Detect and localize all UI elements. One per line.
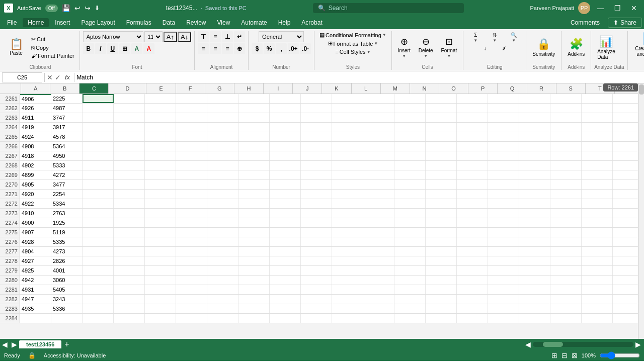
- cell-L2281[interactable]: [363, 285, 394, 294]
- cell-R2276[interactable]: [550, 237, 582, 246]
- cell-N2282[interactable]: [426, 295, 457, 304]
- cell-J2263[interactable]: [301, 113, 332, 122]
- cell-K2278[interactable]: [332, 256, 363, 265]
- cell-N2264[interactable]: [426, 123, 457, 132]
- menu-help[interactable]: Help: [273, 18, 296, 27]
- cell-M2283[interactable]: [394, 304, 426, 313]
- number-format-select[interactable]: General: [259, 31, 304, 42]
- cell-H2277[interactable]: [238, 247, 270, 256]
- cell-R2269[interactable]: [550, 170, 582, 179]
- cell-D2275[interactable]: [114, 228, 145, 237]
- cell-C2268[interactable]: [83, 161, 114, 170]
- col-header-L[interactable]: L: [352, 83, 381, 94]
- cell-H2279[interactable]: [238, 266, 270, 275]
- menu-file[interactable]: File: [2, 18, 22, 27]
- cell-M2270[interactable]: [394, 180, 426, 189]
- cell-P2276[interactable]: [488, 237, 519, 246]
- cell-A2266[interactable]: 4908: [20, 142, 51, 151]
- table-row[interactable]: 2281 4931 5405: [0, 285, 644, 295]
- cell-A2264[interactable]: 4919: [20, 123, 51, 132]
- cell-S2267[interactable]: [582, 151, 613, 160]
- cell-N2265[interactable]: [426, 132, 457, 141]
- cell-L2263[interactable]: [363, 113, 394, 122]
- cell-K2267[interactable]: [332, 151, 363, 160]
- cell-L2269[interactable]: [363, 170, 394, 179]
- cell-J2261[interactable]: [301, 94, 332, 103]
- cell-A2272[interactable]: 4922: [20, 199, 51, 208]
- cell-R2271[interactable]: [550, 190, 582, 199]
- cell-C2284[interactable]: [83, 314, 114, 323]
- cell-O2268[interactable]: [457, 161, 488, 170]
- cell-C2283[interactable]: [83, 304, 114, 313]
- cell-F2261[interactable]: [176, 94, 207, 103]
- sheet-nav-left[interactable]: ◀: [0, 340, 10, 348]
- sheet-tab-test123456[interactable]: test123456: [19, 340, 61, 348]
- cell-D2268[interactable]: [114, 161, 145, 170]
- fill-btn[interactable]: ↓: [476, 45, 494, 52]
- cell-O2273[interactable]: [457, 209, 488, 218]
- cell-D2263[interactable]: [114, 113, 145, 122]
- cell-S2270[interactable]: [582, 180, 613, 189]
- cell-P2277[interactable]: [488, 247, 519, 256]
- table-row[interactable]: 2278 4927 2826: [0, 256, 644, 266]
- find-select-btn[interactable]: 🔍 ▼: [505, 31, 523, 44]
- cell-D2273[interactable]: [114, 209, 145, 218]
- cell-M2272[interactable]: [394, 199, 426, 208]
- cell-K2273[interactable]: [332, 209, 363, 218]
- cell-N2267[interactable]: [426, 151, 457, 160]
- cell-M2284[interactable]: [394, 314, 426, 323]
- cell-J2274[interactable]: [301, 218, 332, 227]
- cell-K2280[interactable]: [332, 276, 363, 285]
- format-btn[interactable]: ⊡ Format ▼: [438, 35, 460, 59]
- cell-P2271[interactable]: [488, 190, 519, 199]
- format-painter-btn[interactable]: 🖌 Format Painter: [29, 52, 76, 59]
- cell-H2282[interactable]: [238, 295, 270, 304]
- cell-J2267[interactable]: [301, 151, 332, 160]
- menu-data[interactable]: Data: [157, 18, 180, 27]
- cell-D2264[interactable]: [114, 123, 145, 132]
- sum-btn[interactable]: Σ ▼: [466, 31, 485, 44]
- cell-H2281[interactable]: [238, 285, 270, 294]
- cell-S2271[interactable]: [582, 190, 613, 199]
- table-row[interactable]: 2272 4922 5334: [0, 199, 644, 209]
- cell-L2266[interactable]: [363, 142, 394, 151]
- cell-B2263[interactable]: 3747: [51, 113, 83, 122]
- cell-N2279[interactable]: [426, 266, 457, 275]
- cell-A2281[interactable]: 4931: [20, 285, 51, 294]
- cell-I2263[interactable]: [270, 113, 301, 122]
- cell-C2265[interactable]: [83, 132, 114, 141]
- cell-S2266[interactable]: [582, 142, 613, 151]
- cell-E2276[interactable]: [145, 237, 176, 246]
- comma-btn[interactable]: ,: [276, 43, 287, 54]
- cell-A2263[interactable]: 4911: [20, 113, 51, 122]
- table-row[interactable]: 2261 4906 2225: [0, 94, 644, 104]
- cell-L2274[interactable]: [363, 218, 394, 227]
- cell-M2280[interactable]: [394, 276, 426, 285]
- cell-P2273[interactable]: [488, 209, 519, 218]
- cell-J2277[interactable]: [301, 247, 332, 256]
- cell-M2279[interactable]: [394, 266, 426, 275]
- cell-D2279[interactable]: [114, 266, 145, 275]
- sort-filter-btn[interactable]: ⇅ ▼: [486, 31, 504, 44]
- cell-L2279[interactable]: [363, 266, 394, 275]
- cell-H2284[interactable]: [238, 314, 270, 323]
- align-left-btn[interactable]: ≡: [198, 43, 209, 54]
- cell-K2281[interactable]: [332, 285, 363, 294]
- cell-F2265[interactable]: [176, 132, 207, 141]
- cell-D2262[interactable]: [114, 104, 145, 113]
- cell-K2262[interactable]: [332, 104, 363, 113]
- cell-P2274[interactable]: [488, 218, 519, 227]
- cell-L2268[interactable]: [363, 161, 394, 170]
- cell-G2272[interactable]: [207, 199, 238, 208]
- cell-H2267[interactable]: [238, 151, 270, 160]
- cell-G2282[interactable]: [207, 295, 238, 304]
- cell-I2265[interactable]: [270, 132, 301, 141]
- cell-E2262[interactable]: [145, 104, 176, 113]
- cell-I2278[interactable]: [270, 256, 301, 265]
- cell-Q2281[interactable]: [519, 285, 550, 294]
- cell-O2263[interactable]: [457, 113, 488, 122]
- cell-K2265[interactable]: [332, 132, 363, 141]
- cell-L2276[interactable]: [363, 237, 394, 246]
- maximize-btn[interactable]: ❐: [611, 4, 624, 12]
- cell-P2275[interactable]: [488, 228, 519, 237]
